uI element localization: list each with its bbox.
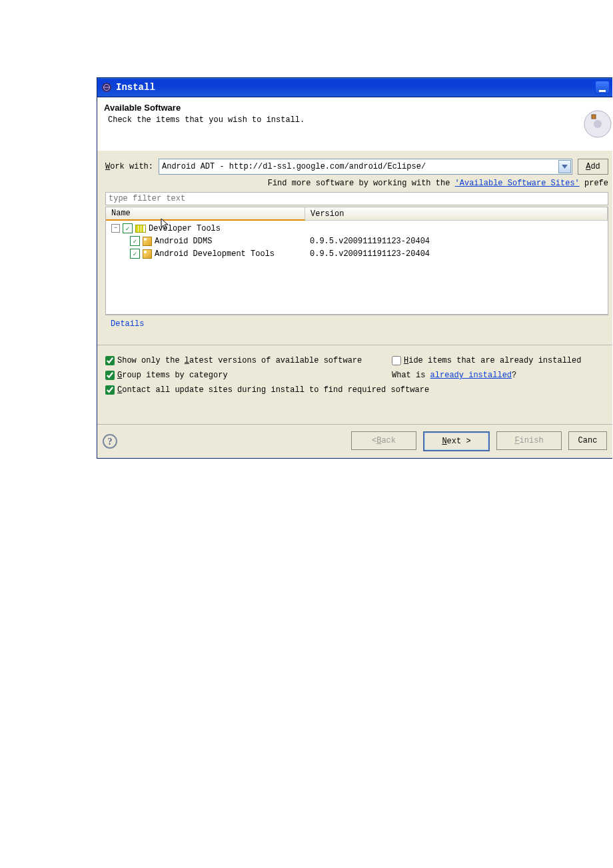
cancel-button[interactable]: Canc: [568, 431, 607, 450]
svg-point-4: [594, 120, 602, 128]
checkbox-checked-icon[interactable]: [123, 223, 133, 233]
checkbox-input[interactable]: [105, 371, 115, 380]
work-with-combo[interactable]: Android ADT - http://dl-ssl.google.com/a…: [159, 159, 572, 175]
work-with-value: Android ADT - http://dl-ssl.google.com/a…: [162, 162, 426, 171]
feature-icon: [143, 237, 152, 246]
checkbox-label: Contact all update sites during install …: [117, 385, 429, 395]
checkbox-label: Show only the latest versions of availab…: [117, 356, 362, 365]
combo-dropdown-button[interactable]: [558, 160, 571, 173]
already-installed-hint: What is already installed?: [392, 371, 608, 380]
checkbox-checked-icon[interactable]: [130, 249, 140, 259]
help-icon[interactable]: ?: [103, 434, 117, 449]
finish-button: Finish: [496, 431, 562, 450]
collapse-icon[interactable]: −: [111, 224, 120, 233]
feature-icon: [143, 249, 152, 259]
feature-version: 0.9.5.v200911191123-20404: [305, 249, 608, 259]
available-software-sites-link[interactable]: 'Available Software Sites': [455, 179, 580, 188]
feature-version: 0.9.5.v200911191123-20404: [305, 237, 608, 246]
svg-rect-2: [599, 90, 606, 92]
checkbox-label: Group items by category: [117, 371, 228, 380]
contact-update-sites-checkbox[interactable]: Contact all update sites during install …: [105, 385, 608, 395]
checkbox-input[interactable]: [392, 356, 401, 365]
tree-feature-row[interactable]: Android Development Tools 0.9.5.v2009111…: [106, 247, 608, 260]
feature-label: Android Development Tools: [155, 249, 275, 259]
column-header-name[interactable]: Name: [106, 207, 305, 221]
back-button: < Back: [351, 431, 416, 450]
already-installed-link[interactable]: already installed: [430, 371, 512, 380]
group-by-category-checkbox[interactable]: Group items by category: [105, 371, 392, 380]
category-label: Developer Tools: [149, 224, 221, 233]
show-latest-checkbox[interactable]: Show only the latest versions of availab…: [105, 356, 392, 365]
checkbox-input[interactable]: [105, 385, 115, 395]
work-with-label: Work with:: [105, 162, 153, 171]
svg-text:?: ?: [108, 437, 113, 447]
chevron-down-icon: [562, 165, 568, 169]
checkbox-input[interactable]: [105, 356, 115, 365]
svg-rect-5: [592, 115, 596, 119]
minimize-button[interactable]: [595, 81, 610, 94]
column-header-version[interactable]: Version: [305, 207, 608, 221]
add-button[interactable]: Add: [578, 159, 608, 175]
tree-feature-row[interactable]: Android DDMS 0.9.5.v200911191123-20404: [106, 235, 608, 247]
eclipse-icon: [101, 82, 112, 93]
feature-label: Android DDMS: [155, 237, 212, 246]
available-sites-hint: Find more software by working with the '…: [105, 179, 608, 188]
checkbox-label: Hide items that are already installed: [404, 356, 581, 365]
window-title: Install: [116, 82, 155, 93]
checkbox-checked-icon[interactable]: [130, 236, 140, 246]
category-icon: [135, 225, 146, 233]
page-title: Available Software: [104, 103, 606, 113]
details-section-label: Details: [105, 315, 608, 345]
minimize-icon: [599, 90, 606, 92]
install-icon: [583, 109, 612, 139]
page-description: Check the items that you wish to install…: [108, 115, 606, 125]
tree-category-row[interactable]: − Developer Tools: [106, 222, 608, 235]
next-button[interactable]: Next >: [423, 431, 490, 451]
software-tree[interactable]: Name Version − Developer Tools: [105, 207, 608, 315]
wizard-header: Available Software Check the items that …: [97, 97, 612, 151]
filter-input[interactable]: [105, 192, 608, 205]
title-bar[interactable]: Install: [97, 78, 612, 97]
hide-installed-checkbox[interactable]: Hide items that are already installed: [392, 356, 608, 365]
